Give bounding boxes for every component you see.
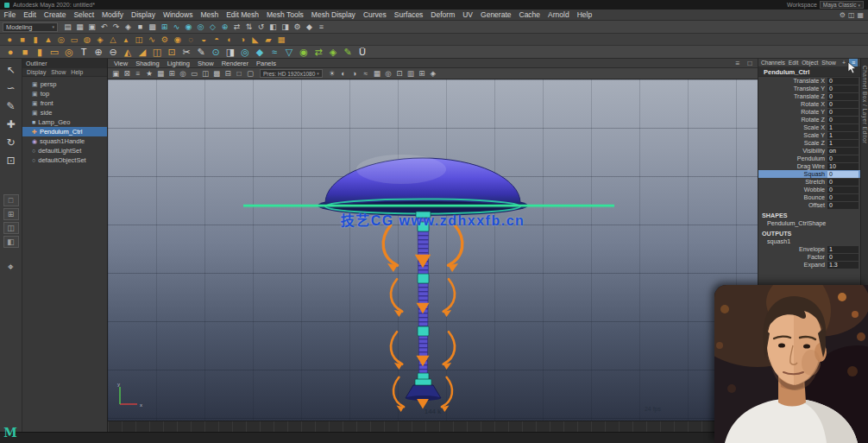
menu-item[interactable]: Display (128, 10, 160, 19)
channel-box-menu[interactable]: Object (802, 60, 818, 66)
bind-skin-icon[interactable]: ◈ (326, 46, 340, 58)
maximize-panel-icon[interactable]: □ (745, 59, 755, 68)
menu-item[interactable]: Mesh Display (307, 10, 359, 19)
field-chart-icon[interactable]: ⊟ (223, 69, 233, 79)
outliner-item-pendulum-ctrl[interactable]: ✚ Pendulum_Ctrl (22, 127, 107, 136)
poly-cylinder-icon[interactable]: ▮ (29, 35, 41, 45)
channel-value-field[interactable]: 0 (827, 101, 859, 108)
poly-prism-icon[interactable]: ▴ (120, 35, 132, 45)
channel-value-field[interactable]: 0 (827, 117, 859, 123)
lighting-icon[interactable]: ☀ (327, 69, 337, 79)
outliner-item-default-light-set[interactable]: ○ defaultLightSet (22, 146, 107, 155)
boolean-icon[interactable]: ◭ (121, 46, 135, 58)
grid-toggle-icon[interactable]: ⊞ (417, 69, 427, 79)
undo-icon[interactable]: ↶ (98, 22, 110, 33)
cylinder-tool-icon[interactable]: ▮ (33, 46, 47, 58)
panel-menu-icon[interactable]: ≡ (733, 59, 743, 68)
camera-attributes-icon[interactable]: ≡ (133, 69, 143, 79)
cube-tool-icon[interactable]: ■ (18, 46, 32, 58)
save-scene-icon[interactable]: ▣ (86, 22, 97, 33)
open-scene-icon[interactable]: ▦ (74, 22, 85, 33)
workspace-selector[interactable]: Maya Classic ▾ (820, 1, 864, 9)
outliner-menu[interactable]: Display (27, 69, 46, 75)
poly-gear-icon[interactable]: ⚙ (159, 35, 171, 45)
render-frame-icon[interactable]: ◧ (267, 22, 279, 33)
menu-item[interactable]: Generate (477, 10, 515, 19)
poly-shell-icon[interactable]: ◑ (236, 35, 248, 45)
channel-value-field[interactable]: 0 (827, 179, 859, 186)
channel-value-field[interactable]: on (827, 148, 859, 155)
wireframe-on-shaded-icon[interactable]: ◈ (428, 69, 438, 79)
channel-box-menu[interactable]: Edit (789, 60, 798, 66)
lasso-tool[interactable]: ∽ (3, 79, 20, 96)
motion-blur-icon[interactable]: ≈ (361, 69, 371, 79)
menu-item[interactable]: Surfaces (390, 10, 427, 19)
time-slider[interactable] (108, 421, 758, 432)
gate-mask-icon[interactable]: ▩ (211, 69, 222, 79)
poly-platonic-icon[interactable]: ◈ (94, 35, 106, 45)
move-tool[interactable]: ✚ (3, 116, 20, 132)
viewport-menu[interactable]: View (110, 60, 131, 67)
workspace-gear-icon[interactable]: ⚙ (840, 11, 846, 19)
outliner-menu[interactable]: Help (71, 69, 83, 75)
menu-item[interactable]: Deform (427, 10, 459, 19)
channel-value-field[interactable]: 0 (827, 187, 859, 193)
Pendulum_CtrlShape[interactable]: Pendulum_CtrlShape (758, 219, 860, 227)
lock-camera-icon[interactable]: ⊠ (122, 69, 132, 79)
select-component-icon[interactable]: ▩ (147, 22, 158, 33)
Scale Y[interactable]: Scale Y 1 (758, 131, 860, 139)
two-pane-layout-button[interactable]: ◫ (3, 222, 19, 234)
outliner-menu[interactable]: Show (51, 69, 66, 75)
poly-ring-icon[interactable]: ◓ (211, 35, 223, 45)
channel-value-field[interactable]: 0 (827, 93, 859, 100)
Translate Z[interactable]: Translate Z 0 (758, 92, 860, 100)
viewport-canvas[interactable]: 技艺CG www.zdhxxfb.cn 144 k 24 fps x y (108, 79, 758, 421)
menu-item[interactable]: Mesh Tools (263, 10, 308, 19)
sculpt-base-icon[interactable]: ◒ (198, 35, 210, 45)
menu-item[interactable]: Cache (515, 10, 544, 19)
channel-box-menu[interactable]: Channels (761, 60, 785, 66)
menu-item[interactable]: Select (70, 10, 98, 19)
menu-item[interactable]: Modify (98, 10, 128, 19)
paint-weights-icon[interactable]: ✎ (341, 46, 355, 58)
Scale Z[interactable]: Scale Z 1 (758, 139, 860, 147)
viewport-menu[interactable]: Shading (132, 60, 163, 67)
Scale X[interactable]: Scale X 1 (758, 123, 860, 131)
channel-value-field[interactable]: 1 (827, 246, 859, 253)
outliner-item-front[interactable]: ▣ front (22, 98, 107, 108)
bridge-icon[interactable]: ◫ (150, 46, 164, 58)
menu-item[interactable]: Mesh (197, 10, 223, 19)
poly-pyramid-icon[interactable]: △ (107, 35, 119, 45)
poly-torus-icon[interactable]: ◎ (55, 35, 67, 45)
channel-value-field[interactable]: 10 (827, 163, 859, 170)
reduce-icon[interactable]: ▽ (282, 46, 296, 58)
viewport-menu[interactable]: Panels (253, 60, 280, 67)
Expand[interactable]: Expand 1.3 (758, 261, 860, 269)
Wobble[interactable]: Wobble 0 (758, 186, 860, 193)
mirror-icon[interactable]: ◨ (223, 46, 237, 58)
shadows-icon[interactable]: ◐ (338, 69, 349, 79)
text-tool-icon[interactable]: T (77, 46, 91, 58)
channel-value-field[interactable]: 0 (827, 155, 859, 162)
poly-lattice-icon[interactable]: ▦ (275, 35, 287, 45)
outliner-item-side[interactable]: ▣ side (22, 108, 107, 117)
Translate X[interactable]: Translate X 0 (758, 77, 860, 85)
scale-tool[interactable]: ⊡ (3, 152, 20, 168)
sphere-tool-icon[interactable]: ● (3, 46, 17, 58)
menu-item[interactable]: Arnold (544, 10, 574, 19)
Stretch[interactable]: Stretch 0 (758, 178, 860, 186)
poly-sphere-icon[interactable]: ● (3, 35, 16, 45)
snap-point-icon[interactable]: ◉ (183, 22, 194, 33)
safe-title-icon[interactable]: ▢ (245, 69, 255, 79)
image-plane-icon[interactable]: ▦ (155, 69, 166, 79)
zoom-tool[interactable]: ⌖ (3, 258, 20, 275)
OUTPUTS[interactable]: OUTPUTS (758, 230, 860, 237)
poly-disc-icon[interactable]: ◍ (81, 35, 93, 45)
viewport-menu[interactable]: Show (194, 60, 217, 67)
channel-value-field[interactable]: 1.3 (827, 262, 859, 269)
workspace-panes-icon[interactable]: ◫ (848, 11, 855, 19)
outliner-item-persp[interactable]: ▣ persp (22, 79, 107, 89)
output-connections-icon[interactable]: ⇅ (243, 22, 255, 33)
Pendulum[interactable]: Pendulum 0 (758, 155, 860, 162)
snap-grid-icon[interactable]: ⊞ (159, 22, 170, 33)
